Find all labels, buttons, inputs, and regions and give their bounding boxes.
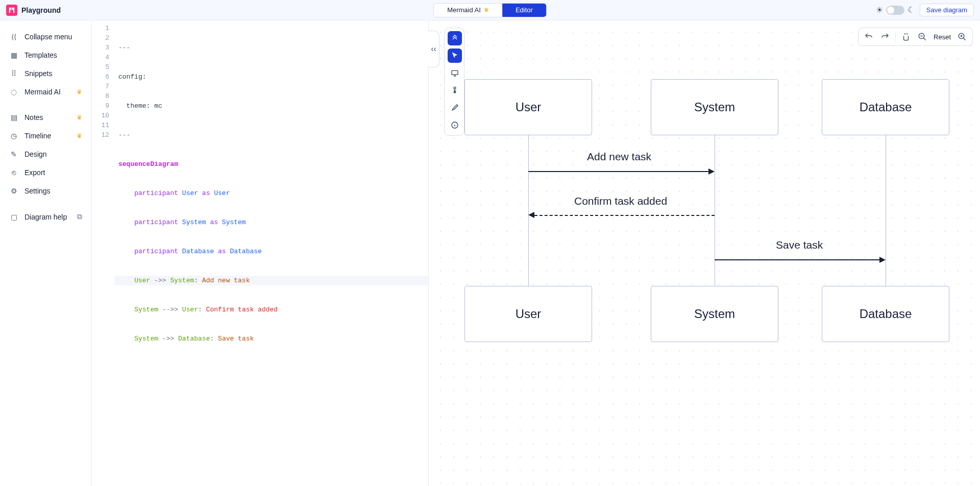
grid-icon: ▦ bbox=[9, 51, 18, 59]
clock-icon: ◷ bbox=[9, 132, 18, 140]
crown-icon: ♛ bbox=[77, 114, 82, 121]
sidebar-design-label: Design bbox=[24, 150, 47, 158]
canvas-toolbar bbox=[444, 28, 464, 136]
sidebar-export[interactable]: ⎋ Export bbox=[0, 163, 91, 182]
tool-presentation[interactable] bbox=[448, 66, 462, 80]
actor-database-top: Database bbox=[822, 79, 949, 135]
collapse-icon: ⟨⟨ bbox=[9, 33, 18, 41]
msg2-head bbox=[528, 212, 534, 218]
lifeline-user bbox=[528, 135, 529, 286]
sidebar-snippets[interactable]: ⠿ Snippets bbox=[0, 64, 91, 83]
tool-collapse-up[interactable] bbox=[448, 31, 462, 45]
sidebar-ai-label: Mermaid AI bbox=[24, 88, 61, 96]
panel-collapse-handle[interactable]: ‹‹ bbox=[428, 31, 439, 67]
sidebar-collapse-label: Collapse menu bbox=[24, 33, 72, 41]
snippets-icon: ⠿ bbox=[9, 69, 18, 78]
zoom-out-button[interactable] bbox=[916, 31, 928, 43]
sidebar-templates-label: Templates bbox=[24, 51, 57, 59]
actor-system-top: System bbox=[651, 79, 778, 135]
view-controls: Reset bbox=[858, 28, 973, 46]
notes-icon: ▤ bbox=[9, 113, 18, 121]
sidebar-templates[interactable]: ▦ Templates bbox=[0, 46, 91, 64]
svg-point-1 bbox=[454, 87, 456, 89]
sidebar-mermaid-ai[interactable]: ◌ Mermaid AI ♛ bbox=[0, 83, 91, 101]
tab-ai-label: Mermaid AI bbox=[447, 6, 481, 14]
tool-person[interactable] bbox=[448, 83, 462, 98]
export-icon: ⎋ bbox=[9, 168, 18, 177]
sun-icon: ☀ bbox=[876, 5, 883, 15]
sidebar-timeline-label: Timeline bbox=[24, 132, 51, 140]
tool-brush[interactable] bbox=[448, 101, 462, 115]
tab-editor[interactable]: Editor bbox=[502, 4, 546, 17]
msg1-arrow bbox=[528, 171, 709, 172]
ai-icon: ◌ bbox=[9, 88, 18, 96]
app-logo bbox=[6, 5, 17, 16]
actor-database-bottom: Database bbox=[822, 286, 949, 342]
save-diagram-button[interactable]: Save diagram bbox=[920, 4, 974, 16]
lifeline-system bbox=[715, 135, 715, 286]
book-icon: ▢ bbox=[9, 213, 18, 221]
sidebar-help-label: Diagram help bbox=[24, 213, 67, 221]
external-link-icon: ⧉ bbox=[77, 212, 82, 221]
reset-zoom-button[interactable]: Reset bbox=[933, 33, 952, 41]
actor-user-top: User bbox=[464, 79, 592, 135]
sidebar-notes[interactable]: ▤ Notes ♛ bbox=[0, 108, 91, 127]
tab-editor-label: Editor bbox=[516, 6, 533, 14]
moon-icon: ☾ bbox=[908, 5, 915, 15]
msg1-label: Add new task bbox=[587, 151, 651, 163]
sidebar-settings[interactable]: ⚙ Settings bbox=[0, 182, 91, 200]
msg2-label: Confirm task added bbox=[574, 195, 667, 207]
msg2-arrow bbox=[534, 215, 715, 216]
msg3-arrow bbox=[715, 259, 880, 260]
msg1-head bbox=[708, 168, 715, 175]
svg-rect-0 bbox=[452, 70, 458, 75]
pan-button[interactable] bbox=[900, 31, 912, 43]
redo-button[interactable] bbox=[879, 31, 891, 43]
msg3-head bbox=[879, 257, 886, 263]
sidebar-collapse[interactable]: ⟨⟨ Collapse menu bbox=[0, 28, 91, 46]
sidebar: ⟨⟨ Collapse menu ▦ Templates ⠿ Snippets … bbox=[0, 20, 92, 486]
theme-toggle: ☀ ☾ bbox=[876, 5, 915, 15]
mode-tabs: Mermaid AI ♛ Editor bbox=[433, 3, 547, 17]
brush-icon: ✎ bbox=[9, 150, 18, 158]
msg3-label: Save task bbox=[776, 239, 823, 251]
actor-system-bottom: System bbox=[651, 286, 778, 342]
code-content[interactable]: --- config: theme: mc --- sequenceDiagra… bbox=[114, 20, 428, 486]
crown-icon: ♛ bbox=[77, 132, 82, 139]
sidebar-snippets-label: Snippets bbox=[24, 69, 52, 78]
sidebar-diagram-help[interactable]: ▢ Diagram help ⧉ bbox=[0, 207, 91, 226]
app-header: Playground Mermaid AI ♛ Editor ☀ ☾ Save … bbox=[0, 0, 980, 20]
sidebar-timeline[interactable]: ◷ Timeline ♛ bbox=[0, 127, 91, 145]
diagram-canvas[interactable]: ‹‹ bbox=[429, 20, 980, 486]
theme-switch[interactable] bbox=[886, 6, 904, 15]
code-editor[interactable]: 123 456 789 101112 --- config: theme: mc… bbox=[92, 20, 429, 486]
tab-mermaid-ai[interactable]: Mermaid AI ♛ bbox=[434, 4, 502, 17]
sidebar-notes-label: Notes bbox=[24, 113, 43, 121]
tool-select[interactable] bbox=[448, 48, 462, 63]
zoom-in-button[interactable] bbox=[956, 31, 968, 43]
tool-info[interactable] bbox=[448, 118, 462, 132]
sidebar-export-label: Export bbox=[24, 168, 45, 177]
line-gutter: 123 456 789 101112 bbox=[92, 20, 114, 486]
crown-icon: ♛ bbox=[484, 7, 489, 13]
sequence-diagram: User System Database Add new task User (… bbox=[464, 79, 529, 88]
crown-icon: ♛ bbox=[77, 88, 82, 95]
gear-icon: ⚙ bbox=[9, 187, 18, 195]
actor-user-bottom: User bbox=[464, 286, 592, 342]
sidebar-design[interactable]: ✎ Design bbox=[0, 145, 91, 163]
lifeline-database bbox=[886, 135, 886, 286]
undo-button[interactable] bbox=[863, 31, 875, 43]
sidebar-settings-label: Settings bbox=[24, 187, 51, 195]
app-title: Playground bbox=[21, 6, 61, 14]
